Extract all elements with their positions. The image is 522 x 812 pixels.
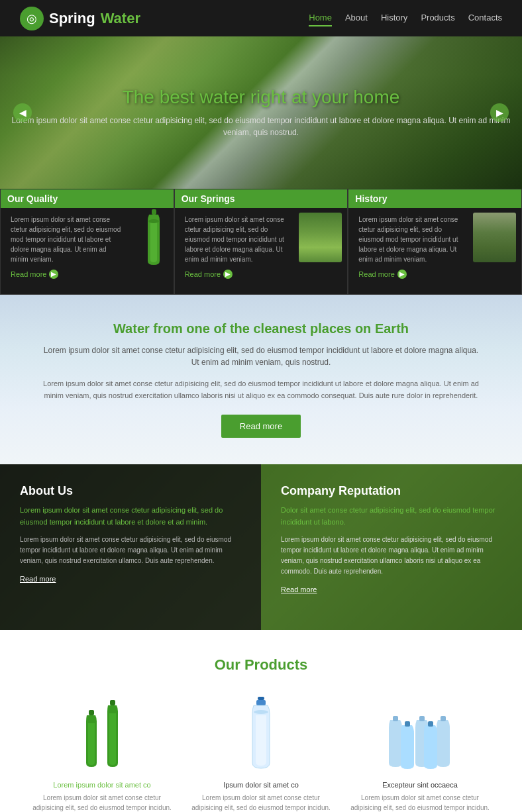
product-item-3: Excepteur sint occaeca Lorem ipsum dolor… <box>347 693 493 812</box>
bottle-green-small-1 <box>82 710 101 773</box>
svg-rect-3 <box>110 700 115 705</box>
products-title: Our Products <box>20 656 502 674</box>
water-section: Water from one of the cleanest places on… <box>0 295 522 464</box>
products-section: Our Products Lorem ipsum d <box>0 630 522 812</box>
about-title: About Us <box>20 484 241 498</box>
feature-card-springs-readmore[interactable]: Read more ▶ <box>185 270 338 279</box>
readmore-icon: ▶ <box>49 270 58 279</box>
feature-card-springs: Our Springs Lorem ipsum dolor sit amet c… <box>174 189 348 295</box>
svg-rect-7 <box>393 716 398 721</box>
svg-rect-0 <box>152 209 156 215</box>
logo[interactable]: ◎ SpringWater <box>20 7 140 30</box>
feature-card-history: History Lorem ipsum dolor sit amet conse… <box>348 189 522 295</box>
hero-content: The best water right at your home Lorem … <box>0 87 522 138</box>
svg-rect-2 <box>89 710 94 715</box>
nav-products[interactable]: Products <box>421 10 454 26</box>
logo-water: Water <box>101 10 140 27</box>
header: ◎ SpringWater Home About History Product… <box>0 0 522 36</box>
logo-icon: ◎ <box>20 7 44 30</box>
svg-rect-10 <box>405 721 410 727</box>
hero-next-arrow[interactable]: ▶ <box>490 103 509 122</box>
bottle-svg <box>142 209 166 269</box>
feature-card-springs-title: Our Springs <box>175 189 348 208</box>
water-jugs <box>380 707 460 773</box>
bottle-clear-tall <box>247 697 275 773</box>
svg-rect-4 <box>258 697 264 700</box>
readmore-icon-3: ▶ <box>397 270 407 279</box>
feature-card-springs-body: Lorem ipsum dolor sit amet conse ctetur … <box>185 215 291 264</box>
product-desc-1: Lorem ipsum dolor sit amet conse ctetur … <box>29 793 175 812</box>
about-left-panel: About Us Lorem ipsum dolor sit amet cons… <box>0 464 261 630</box>
main-nav: Home About History Products Contacts <box>309 10 502 26</box>
water-readmore-button[interactable]: Read more <box>221 415 301 438</box>
products-grid: Lorem ipsum dolor sit amet co Lorem ipsu… <box>20 693 502 812</box>
product-img-1 <box>29 693 175 773</box>
product-img-2 <box>188 693 334 773</box>
feature-card-history-readmore[interactable]: Read more ▶ <box>358 270 511 279</box>
product-img-3 <box>347 693 493 773</box>
hero-section: ◀ The best water right at your home Lore… <box>0 36 522 189</box>
svg-rect-11 <box>428 721 433 727</box>
logo-spring: Spring <box>49 10 95 27</box>
product-item-1: Lorem ipsum dolor sit amet co Lorem ipsu… <box>29 693 175 812</box>
about-readmore[interactable]: Read more <box>20 575 56 583</box>
product-desc-3: Lorem ipsum dolor sit amet conse ctetur … <box>347 793 493 812</box>
product-desc-2: Lorem ipsum dolor sit amet conse ctetur … <box>188 793 334 812</box>
hero-title-green: water <box>199 87 244 107</box>
water-section-subtitle: Lorem ipsum dolor sit amet conse ctetur … <box>40 344 482 368</box>
hero-prev-arrow[interactable]: ◀ <box>13 103 32 122</box>
feature-card-quality-readmore[interactable]: Read more ▶ <box>11 270 164 279</box>
nav-history[interactable]: History <box>381 10 407 26</box>
reputation-highlight: Dolor sit amet conse ctetur adipisicing … <box>281 505 502 528</box>
history-image <box>473 213 516 262</box>
about-highlight: Lorem ipsum dolor sit amet conse ctetur … <box>20 505 241 528</box>
feature-cards: Our Quality Lorem ipsum dolor sit amet c… <box>0 189 522 295</box>
hero-subtitle: Lorem ipsum dolor sit amet conse ctetur … <box>0 115 522 138</box>
about-section: About Us Lorem ipsum dolor sit amet cons… <box>0 464 522 630</box>
feature-card-quality-title: Our Quality <box>1 189 174 208</box>
svg-rect-8 <box>419 716 425 721</box>
feature-card-quality-body: Lorem ipsum dolor sit amet conse ctetur … <box>11 215 124 264</box>
reputation-body: Lorem ipsum dolor sit amet conse ctetur … <box>281 534 502 577</box>
product-name-3: Excepteur sint occaeca <box>347 781 493 789</box>
water-section-title: Water from one of the cleanest places on… <box>40 321 482 336</box>
bottle-green-small-2 <box>103 700 122 773</box>
springs-image <box>299 213 342 262</box>
product-name-1: Lorem ipsum dolor sit amet co <box>29 781 175 789</box>
water-section-body: Lorem ipsum dolor sit amet conse ctetur … <box>40 378 482 401</box>
svg-rect-9 <box>441 716 446 721</box>
reputation-readmore[interactable]: Read more <box>281 585 317 593</box>
nav-about[interactable]: About <box>345 10 368 26</box>
feature-card-history-body: Lorem ipsum dolor sit amet conse ctetur … <box>358 215 465 264</box>
svg-point-6 <box>254 710 268 714</box>
reputation-panel: Company Reputation Dolor sit amet conse … <box>261 464 522 630</box>
reputation-title: Company Reputation <box>281 484 502 498</box>
product-item-2: Ipsum dolor sit amet co Lorem ipsum dolo… <box>188 693 334 812</box>
product-name-2: Ipsum dolor sit amet co <box>188 781 334 789</box>
readmore-icon-2: ▶ <box>223 270 233 279</box>
svg-rect-5 <box>256 700 266 705</box>
feature-card-history-title: History <box>348 189 521 208</box>
about-body: Lorem ipsum dolor sit amet conse ctetur … <box>20 534 241 566</box>
svg-point-1 <box>148 219 159 223</box>
nav-home[interactable]: Home <box>309 10 332 26</box>
nav-contacts[interactable]: Contacts <box>468 10 502 26</box>
hero-title: The best water right at your home <box>0 87 522 108</box>
feature-card-quality: Our Quality Lorem ipsum dolor sit amet c… <box>0 189 174 295</box>
